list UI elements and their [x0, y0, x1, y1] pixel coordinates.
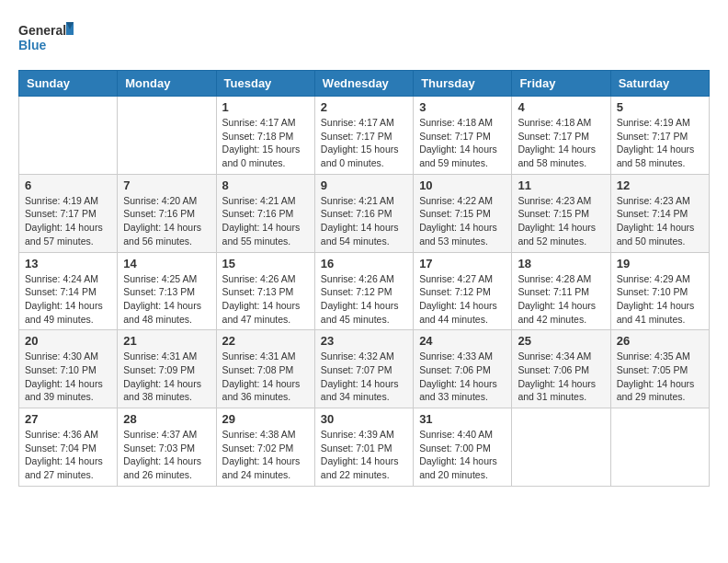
calendar-cell: 7Sunrise: 4:20 AM Sunset: 7:16 PM Daylig…	[118, 174, 216, 252]
day-number: 22	[222, 334, 309, 348]
svg-text:General: General	[18, 23, 66, 38]
day-number: 21	[123, 334, 210, 348]
day-info: Sunrise: 4:25 AM Sunset: 7:13 PM Dayligh…	[123, 272, 210, 327]
day-info: Sunrise: 4:22 AM Sunset: 7:15 PM Dayligh…	[419, 194, 506, 248]
calendar-cell: 18Sunrise: 4:28 AM Sunset: 7:11 PM Dayli…	[512, 252, 610, 330]
day-info: Sunrise: 4:28 AM Sunset: 7:11 PM Dayligh…	[518, 272, 604, 327]
calendar-cell: 5Sunrise: 4:19 AM Sunset: 7:17 PM Daylig…	[610, 97, 709, 175]
calendar-week-row: 27Sunrise: 4:36 AM Sunset: 7:04 PM Dayli…	[19, 408, 710, 487]
day-number: 17	[419, 257, 506, 270]
day-info: Sunrise: 4:20 AM Sunset: 7:16 PM Dayligh…	[123, 194, 210, 248]
day-info: Sunrise: 4:37 AM Sunset: 7:03 PM Dayligh…	[123, 428, 210, 482]
calendar-week-row: 1Sunrise: 4:17 AM Sunset: 7:18 PM Daylig…	[19, 97, 710, 175]
day-info: Sunrise: 4:30 AM Sunset: 7:10 PM Dayligh…	[25, 350, 111, 404]
day-info: Sunrise: 4:21 AM Sunset: 7:16 PM Dayligh…	[222, 194, 309, 248]
weekday-header-sunday: Sunday	[19, 71, 118, 97]
calendar-cell: 25Sunrise: 4:34 AM Sunset: 7:06 PM Dayli…	[512, 330, 610, 408]
weekday-header-thursday: Thursday	[414, 71, 512, 97]
day-info: Sunrise: 4:39 AM Sunset: 7:01 PM Dayligh…	[321, 428, 407, 482]
day-info: Sunrise: 4:35 AM Sunset: 7:05 PM Dayligh…	[617, 350, 703, 404]
calendar-cell	[19, 97, 118, 175]
day-number: 19	[617, 257, 703, 270]
page-header: General Blue	[18, 18, 710, 55]
weekday-header-tuesday: Tuesday	[216, 71, 314, 97]
calendar-cell: 21Sunrise: 4:31 AM Sunset: 7:09 PM Dayli…	[118, 330, 216, 408]
calendar-cell: 12Sunrise: 4:23 AM Sunset: 7:14 PM Dayli…	[610, 174, 709, 252]
calendar-cell: 11Sunrise: 4:23 AM Sunset: 7:15 PM Dayli…	[512, 174, 610, 252]
calendar-cell	[512, 408, 610, 487]
day-number: 24	[419, 334, 506, 348]
calendar-cell: 19Sunrise: 4:29 AM Sunset: 7:10 PM Dayli…	[610, 252, 709, 330]
day-number: 31	[419, 412, 506, 426]
day-number: 10	[419, 178, 506, 192]
day-number: 23	[321, 334, 407, 348]
calendar-cell: 31Sunrise: 4:40 AM Sunset: 7:00 PM Dayli…	[414, 408, 512, 487]
day-number: 18	[518, 257, 604, 270]
day-number: 29	[222, 412, 309, 426]
day-number: 25	[518, 334, 604, 348]
day-number: 12	[617, 178, 703, 192]
calendar-week-row: 13Sunrise: 4:24 AM Sunset: 7:14 PM Dayli…	[19, 252, 710, 330]
day-info: Sunrise: 4:21 AM Sunset: 7:16 PM Dayligh…	[321, 194, 407, 248]
calendar-cell: 3Sunrise: 4:18 AM Sunset: 7:17 PM Daylig…	[414, 97, 512, 175]
day-info: Sunrise: 4:18 AM Sunset: 7:17 PM Dayligh…	[518, 116, 604, 170]
day-info: Sunrise: 4:33 AM Sunset: 7:06 PM Dayligh…	[419, 350, 506, 404]
day-info: Sunrise: 4:27 AM Sunset: 7:12 PM Dayligh…	[419, 272, 506, 327]
day-number: 11	[518, 178, 604, 192]
day-number: 16	[321, 257, 407, 270]
calendar-cell: 13Sunrise: 4:24 AM Sunset: 7:14 PM Dayli…	[19, 252, 118, 330]
day-info: Sunrise: 4:34 AM Sunset: 7:06 PM Dayligh…	[518, 350, 604, 404]
calendar-cell	[118, 97, 216, 175]
day-number: 9	[321, 178, 407, 192]
calendar-table: SundayMondayTuesdayWednesdayThursdayFrid…	[18, 70, 710, 487]
day-info: Sunrise: 4:17 AM Sunset: 7:18 PM Dayligh…	[222, 116, 309, 170]
day-info: Sunrise: 4:36 AM Sunset: 7:04 PM Dayligh…	[25, 428, 111, 482]
day-number: 5	[617, 100, 703, 114]
calendar-cell: 6Sunrise: 4:19 AM Sunset: 7:17 PM Daylig…	[19, 174, 118, 252]
day-info: Sunrise: 4:29 AM Sunset: 7:10 PM Dayligh…	[617, 272, 703, 327]
day-info: Sunrise: 4:24 AM Sunset: 7:14 PM Dayligh…	[25, 272, 111, 327]
day-number: 2	[321, 100, 407, 114]
day-info: Sunrise: 4:23 AM Sunset: 7:15 PM Dayligh…	[518, 194, 604, 248]
calendar-cell: 14Sunrise: 4:25 AM Sunset: 7:13 PM Dayli…	[118, 252, 216, 330]
day-number: 8	[222, 178, 309, 192]
weekday-header-row: SundayMondayTuesdayWednesdayThursdayFrid…	[19, 71, 710, 97]
day-number: 28	[123, 412, 210, 426]
calendar-week-row: 20Sunrise: 4:30 AM Sunset: 7:10 PM Dayli…	[19, 330, 710, 408]
calendar-cell: 4Sunrise: 4:18 AM Sunset: 7:17 PM Daylig…	[512, 97, 610, 175]
calendar-cell: 26Sunrise: 4:35 AM Sunset: 7:05 PM Dayli…	[610, 330, 709, 408]
day-info: Sunrise: 4:40 AM Sunset: 7:00 PM Dayligh…	[419, 428, 506, 482]
day-info: Sunrise: 4:23 AM Sunset: 7:14 PM Dayligh…	[617, 194, 703, 248]
calendar-cell: 15Sunrise: 4:26 AM Sunset: 7:13 PM Dayli…	[216, 252, 314, 330]
day-number: 15	[222, 257, 309, 270]
day-number: 30	[321, 412, 407, 426]
weekday-header-friday: Friday	[512, 71, 610, 97]
calendar-cell: 16Sunrise: 4:26 AM Sunset: 7:12 PM Dayli…	[314, 252, 413, 330]
calendar-cell: 8Sunrise: 4:21 AM Sunset: 7:16 PM Daylig…	[216, 174, 314, 252]
day-number: 3	[419, 100, 506, 114]
day-number: 27	[25, 412, 111, 426]
calendar-cell: 24Sunrise: 4:33 AM Sunset: 7:06 PM Dayli…	[414, 330, 512, 408]
weekday-header-saturday: Saturday	[610, 71, 709, 97]
logo-svg: General Blue	[18, 18, 74, 55]
day-number: 7	[123, 178, 210, 192]
day-info: Sunrise: 4:26 AM Sunset: 7:13 PM Dayligh…	[222, 272, 309, 327]
day-info: Sunrise: 4:18 AM Sunset: 7:17 PM Dayligh…	[419, 116, 506, 170]
calendar-cell: 9Sunrise: 4:21 AM Sunset: 7:16 PM Daylig…	[314, 174, 413, 252]
day-number: 6	[25, 178, 111, 192]
day-info: Sunrise: 4:32 AM Sunset: 7:07 PM Dayligh…	[321, 350, 407, 404]
calendar-cell: 27Sunrise: 4:36 AM Sunset: 7:04 PM Dayli…	[19, 408, 118, 487]
calendar-cell: 22Sunrise: 4:31 AM Sunset: 7:08 PM Dayli…	[216, 330, 314, 408]
calendar-cell: 1Sunrise: 4:17 AM Sunset: 7:18 PM Daylig…	[216, 97, 314, 175]
calendar-week-row: 6Sunrise: 4:19 AM Sunset: 7:17 PM Daylig…	[19, 174, 710, 252]
day-info: Sunrise: 4:31 AM Sunset: 7:09 PM Dayligh…	[123, 350, 210, 404]
day-info: Sunrise: 4:19 AM Sunset: 7:17 PM Dayligh…	[617, 116, 703, 170]
calendar-cell: 29Sunrise: 4:38 AM Sunset: 7:02 PM Dayli…	[216, 408, 314, 487]
svg-text:Blue: Blue	[18, 38, 47, 52]
day-number: 1	[222, 100, 309, 114]
day-number: 13	[25, 257, 111, 270]
day-number: 20	[25, 334, 111, 348]
day-number: 4	[518, 100, 604, 114]
weekday-header-monday: Monday	[118, 71, 216, 97]
calendar-cell: 10Sunrise: 4:22 AM Sunset: 7:15 PM Dayli…	[414, 174, 512, 252]
